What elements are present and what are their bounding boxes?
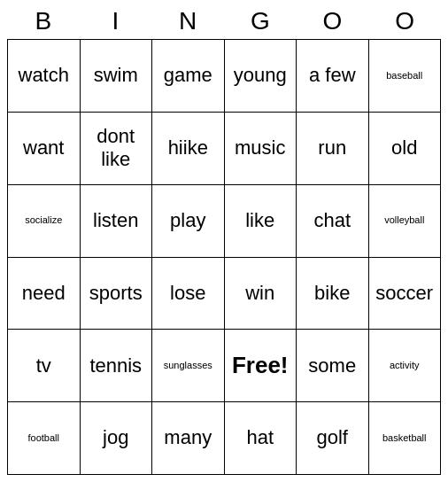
cell-text-32: many bbox=[164, 426, 212, 449]
table-row: sports bbox=[81, 258, 153, 330]
table-row: need bbox=[8, 258, 81, 330]
table-row: bike bbox=[297, 258, 369, 330]
table-row: swim bbox=[81, 40, 153, 113]
cell-text-5: baseball bbox=[386, 70, 422, 82]
cell-text-16: chat bbox=[313, 209, 351, 232]
bingo-grid: watchswimgameyounga fewbaseballwantdont … bbox=[7, 39, 441, 475]
cell-text-18: need bbox=[22, 282, 66, 305]
cell-text-11: old bbox=[391, 136, 417, 159]
cell-text-23: soccer bbox=[375, 282, 433, 305]
letter-i: I bbox=[80, 7, 152, 35]
cell-text-20: lose bbox=[170, 282, 205, 305]
cell-text-33: hat bbox=[246, 426, 274, 449]
cell-text-15: like bbox=[245, 209, 274, 232]
table-row: a few bbox=[297, 40, 369, 113]
table-row: sunglasses bbox=[152, 330, 225, 402]
letter-o2: O bbox=[368, 7, 441, 35]
table-row: like bbox=[225, 185, 297, 258]
cell-text-25: tennis bbox=[89, 354, 142, 377]
table-row: hiike bbox=[152, 113, 225, 185]
table-row: volleyball bbox=[369, 185, 442, 258]
table-row: socialize bbox=[8, 185, 81, 258]
table-row: win bbox=[225, 258, 297, 330]
cell-text-9: music bbox=[235, 136, 285, 159]
cell-text-6: want bbox=[23, 136, 64, 159]
letter-g: G bbox=[224, 7, 297, 35]
table-row: jog bbox=[81, 402, 153, 475]
table-row: activity bbox=[369, 330, 442, 402]
cell-text-1: swim bbox=[94, 64, 138, 87]
table-row: want bbox=[8, 113, 81, 185]
cell-text-14: play bbox=[170, 209, 205, 232]
cell-text-19: sports bbox=[89, 282, 143, 305]
table-row: dont like bbox=[81, 113, 153, 185]
table-row: basketball bbox=[369, 402, 442, 475]
table-row: many bbox=[152, 402, 225, 475]
cell-text-8: hiike bbox=[168, 136, 208, 159]
table-row: play bbox=[152, 185, 225, 258]
cell-text-3: young bbox=[234, 64, 287, 87]
table-row: music bbox=[225, 113, 297, 185]
cell-text-22: bike bbox=[314, 282, 350, 305]
table-row: some bbox=[297, 330, 369, 402]
cell-text-7: dont like bbox=[82, 125, 151, 172]
cell-text-30: football bbox=[28, 432, 59, 444]
cell-text-28: some bbox=[308, 354, 356, 377]
letter-b: B bbox=[7, 7, 80, 35]
cell-text-29: activity bbox=[390, 360, 420, 371]
table-row: old bbox=[369, 113, 442, 185]
table-row: tennis bbox=[81, 330, 153, 402]
cell-text-26: sunglasses bbox=[164, 360, 212, 371]
cell-text-0: watch bbox=[19, 64, 69, 87]
cell-text-12: socialize bbox=[25, 214, 62, 226]
cell-text-4: a few bbox=[309, 64, 356, 87]
cell-text-21: win bbox=[245, 282, 274, 305]
cell-text-24: tv bbox=[36, 354, 51, 377]
cell-text-17: volleyball bbox=[384, 214, 424, 226]
table-row: football bbox=[8, 402, 81, 475]
bingo-header: B I N G O O bbox=[7, 7, 441, 35]
cell-text-10: run bbox=[318, 136, 346, 159]
table-row: golf bbox=[297, 402, 369, 475]
table-row: young bbox=[225, 40, 297, 113]
table-row: watch bbox=[8, 40, 81, 113]
table-row: Free! bbox=[225, 330, 297, 402]
cell-text-35: basketball bbox=[382, 432, 427, 444]
cell-text-13: listen bbox=[93, 209, 138, 232]
table-row: chat bbox=[297, 185, 369, 258]
table-row: game bbox=[152, 40, 225, 113]
table-row: soccer bbox=[369, 258, 442, 330]
table-row: hat bbox=[225, 402, 297, 475]
table-row: tv bbox=[8, 330, 81, 402]
cell-text-27: Free! bbox=[232, 352, 289, 379]
cell-text-34: golf bbox=[317, 426, 348, 449]
table-row: listen bbox=[81, 185, 153, 258]
letter-o1: O bbox=[297, 7, 369, 35]
table-row: run bbox=[297, 113, 369, 185]
cell-text-31: jog bbox=[103, 426, 128, 449]
cell-text-2: game bbox=[164, 64, 212, 87]
letter-n: N bbox=[151, 7, 224, 35]
table-row: lose bbox=[152, 258, 225, 330]
table-row: baseball bbox=[369, 40, 442, 113]
